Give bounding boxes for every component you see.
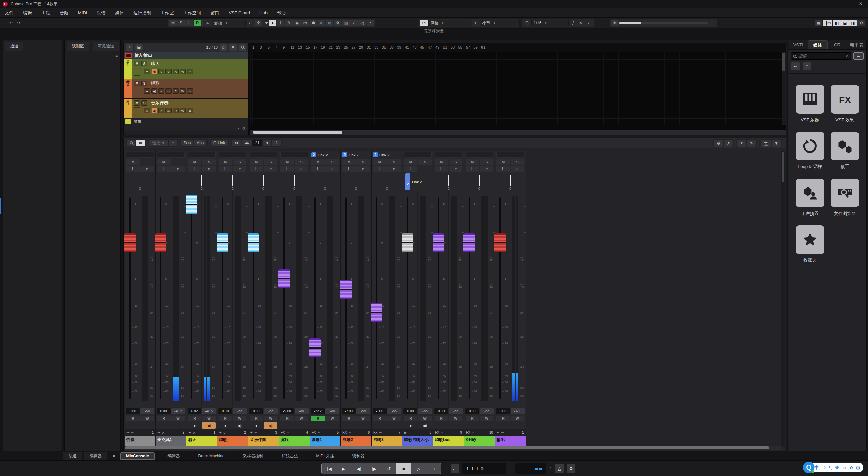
open-external-mixer-icon[interactable]: ↗ bbox=[724, 140, 733, 147]
peak-value[interactable]: -oo bbox=[480, 408, 494, 414]
channel-edit-button[interactable]: e bbox=[202, 166, 216, 172]
peak-value[interactable]: -oo bbox=[264, 408, 278, 414]
range-select-tool[interactable]: I bbox=[277, 20, 284, 26]
write-automation-button[interactable]: W bbox=[511, 416, 524, 421]
channel-listen-button[interactable]: L bbox=[466, 166, 479, 172]
add-track-button[interactable]: + bbox=[126, 44, 133, 51]
undo-icon[interactable]: ↶ bbox=[7, 20, 15, 26]
track-checkbox[interactable] bbox=[134, 107, 140, 115]
routing-row[interactable]: FX∞7 bbox=[372, 429, 402, 436]
pan-control[interactable]: C bbox=[248, 173, 279, 191]
state-button-M[interactable]: M bbox=[169, 20, 177, 26]
track-search-button[interactable] bbox=[239, 44, 246, 51]
routing-row[interactable]: FX∞10 bbox=[464, 429, 495, 436]
fader-value[interactable]: 0.00 bbox=[403, 408, 417, 414]
channel-solo-button[interactable]: S bbox=[326, 159, 339, 165]
iterative-quantize-icon[interactable]: ⁒ bbox=[569, 20, 577, 26]
channel-mute-button[interactable]: M bbox=[219, 159, 232, 165]
channel-edit-button[interactable]: e bbox=[356, 166, 370, 172]
fader-value[interactable]: 0.00 bbox=[465, 408, 479, 414]
zone-tab-编辑器[interactable]: 编辑器 bbox=[84, 452, 107, 460]
fader-handle[interactable] bbox=[124, 233, 136, 252]
media-list-view-icon[interactable]: ≡ bbox=[853, 52, 864, 60]
arrange-vscrollbar[interactable] bbox=[782, 52, 786, 125]
tab-visibility-agents[interactable]: 观测区 bbox=[67, 42, 89, 51]
media-tile-收藏夹[interactable]: 收藏夹 bbox=[796, 225, 824, 263]
redo-icon[interactable]: ↷ bbox=[15, 20, 23, 26]
monitor-icon[interactable]: ◀) bbox=[202, 422, 216, 429]
fader-value[interactable]: 0.00 bbox=[157, 408, 171, 414]
channel-edit-button[interactable]: e bbox=[326, 166, 339, 172]
arrange-hscrollbar[interactable] bbox=[250, 130, 786, 135]
monitor-icon[interactable]: ◀) bbox=[151, 88, 157, 94]
fader-value[interactable]: 0.00 bbox=[249, 408, 263, 414]
link-group-dropdown[interactable]: 链接 ▼ bbox=[149, 140, 168, 146]
mixer-channel-混响3[interactable]: 2Link 2MSLeC6051015203040500006121824304… bbox=[372, 151, 402, 447]
mono-stereo-icon[interactable]: ∞ bbox=[165, 108, 172, 113]
fader-handle[interactable] bbox=[340, 280, 352, 299]
line-tool[interactable]: ∕ bbox=[350, 20, 358, 26]
performance-meter-icon[interactable]: ⊫ bbox=[611, 20, 619, 26]
zoom-palette-icon[interactable]: ⧗ bbox=[263, 140, 271, 146]
channel-name[interactable]: 宽度 bbox=[279, 436, 310, 447]
transport-position-display[interactable]: 1. 1. 1. 0 bbox=[462, 463, 506, 474]
write-automation-button[interactable]: W bbox=[264, 416, 277, 421]
track-solo-button[interactable]: S bbox=[141, 61, 147, 66]
channel-edit-button[interactable]: e bbox=[264, 166, 277, 172]
menu-item-乐谱[interactable]: 乐谱 bbox=[97, 10, 105, 16]
pan-control[interactable]: C bbox=[217, 173, 248, 191]
zone-tab-轨道[interactable]: 轨道 bbox=[63, 452, 82, 460]
mixer-vscrollbar[interactable] bbox=[781, 151, 785, 447]
ime-panel-icon[interactable]: ⊞ bbox=[856, 465, 860, 470]
record-button[interactable]: ○ bbox=[426, 463, 441, 474]
write-automation-button[interactable]: W bbox=[326, 416, 339, 421]
channel-listen-button[interactable]: L bbox=[373, 166, 387, 172]
search-clear-icon[interactable]: ✕ bbox=[846, 54, 849, 58]
channel-mute-button[interactable]: M bbox=[280, 159, 294, 165]
record-enable-icon[interactable]: ● bbox=[144, 108, 150, 113]
peak-value[interactable]: -40.2 bbox=[171, 408, 185, 414]
track-controls-icon[interactable]: ≡ bbox=[187, 108, 193, 113]
read-automation-icon[interactable]: R bbox=[173, 88, 179, 94]
routing-row[interactable]: FX∞9 bbox=[433, 429, 464, 436]
menu-item-音频[interactable]: 音频 bbox=[60, 10, 68, 16]
mixer-channel-宽度[interactable]: MSLeC605101520304050000612182430405060-5… bbox=[279, 151, 310, 447]
read-automation-button[interactable]: R bbox=[496, 416, 510, 421]
mono-stereo-icon[interactable]: o bbox=[165, 88, 172, 94]
media-tile-用户预置[interactable]: 用户预置 bbox=[796, 179, 824, 217]
pan-control[interactable]: C bbox=[495, 173, 526, 191]
go-to-end-button[interactable]: ▶| bbox=[337, 463, 352, 474]
track-expand-icon[interactable]: ▾ bbox=[237, 126, 239, 130]
lower-tab-MixConsole[interactable]: MixConsole bbox=[120, 452, 155, 460]
track-list-view-button[interactable]: ≡ bbox=[229, 44, 237, 51]
channel-edit-button[interactable]: e bbox=[295, 166, 308, 172]
ime-lang-icon[interactable]: 中 bbox=[814, 464, 819, 471]
fader-handle[interactable] bbox=[402, 233, 413, 252]
channel-solo-button[interactable]: S bbox=[418, 159, 432, 165]
channel-mute-button[interactable]: M bbox=[126, 159, 140, 165]
channel-solo-button[interactable]: S bbox=[202, 159, 216, 165]
snapshot-dropdown[interactable]: ▼ bbox=[772, 140, 781, 147]
quantize-dropdown[interactable]: 1/16▼ bbox=[531, 20, 569, 26]
mixer-channel-唱歌bus[interactable]: MSLeC6051015203040500006121824304050600.… bbox=[433, 151, 464, 447]
peak-value[interactable]: -oo bbox=[140, 408, 154, 414]
channel-solo-button[interactable]: S bbox=[264, 159, 277, 165]
fader-handle[interactable] bbox=[248, 233, 259, 252]
channel-mute-button[interactable]: M bbox=[157, 159, 171, 165]
empty-badge-slot[interactable] bbox=[404, 152, 432, 158]
tab-CR[interactable]: CR bbox=[828, 40, 847, 49]
fader-handle[interactable] bbox=[433, 233, 444, 252]
channel-name[interactable]: 混响1 bbox=[310, 436, 340, 447]
color-tool[interactable]: ◔ bbox=[367, 20, 374, 26]
inspector-zone-toggle[interactable]: ◧ bbox=[833, 20, 841, 26]
lower-tab-Drum Machine[interactable]: Drum Machine bbox=[193, 453, 230, 459]
fader-value[interactable]: 0.00 bbox=[126, 408, 140, 414]
read-automation-icon[interactable]: R bbox=[173, 108, 179, 113]
channel-listen-button[interactable]: L bbox=[280, 166, 294, 172]
mixer-channel-唱歌[interactable]: MSLeC6051015203040500006121824304050600.… bbox=[217, 151, 248, 447]
fader-handle[interactable] bbox=[371, 303, 382, 322]
fader-handle[interactable] bbox=[463, 233, 475, 252]
width-stepper-icon[interactable]: ⇕ bbox=[272, 140, 281, 146]
channel-listen-button[interactable]: L bbox=[496, 166, 510, 172]
empty-badge-slot[interactable] bbox=[157, 152, 185, 158]
